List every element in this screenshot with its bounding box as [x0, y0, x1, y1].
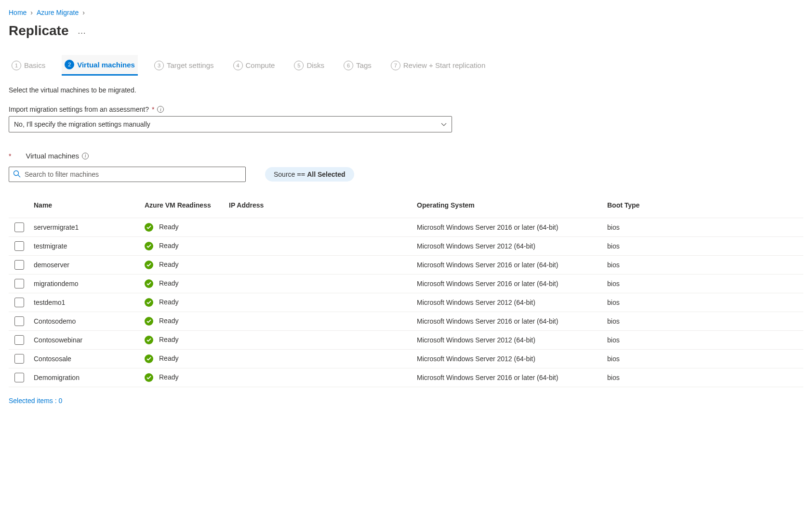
cell-name: servermigrate1	[30, 218, 141, 237]
header-select-all	[9, 196, 30, 218]
cell-os: Microsoft Windows Server 2012 (64-bit)	[413, 237, 603, 256]
cell-name: Contosowebinar	[30, 331, 141, 350]
breadcrumb-home[interactable]: Home	[9, 9, 27, 16]
tab-step-number: 6	[344, 61, 353, 70]
info-icon[interactable]: i	[82, 153, 89, 159]
tab-step-number: 7	[391, 61, 400, 70]
import-settings-label-text: Import migration settings from an assess…	[9, 105, 149, 113]
cell-ip	[225, 218, 413, 237]
breadcrumb-azure-migrate[interactable]: Azure Migrate	[37, 9, 79, 16]
more-options-button[interactable]: …	[78, 26, 87, 36]
cell-boot: bios	[603, 350, 803, 368]
required-indicator: *	[9, 152, 11, 160]
row-checkbox[interactable]	[14, 316, 24, 326]
cell-boot: bios	[603, 312, 803, 331]
header-name[interactable]: Name	[30, 196, 141, 218]
cell-readiness: Ready	[141, 275, 225, 293]
cell-ip	[225, 256, 413, 275]
tab-step-number: 2	[65, 60, 74, 69]
import-settings-select[interactable]: No, I'll specify the migration settings …	[9, 116, 452, 132]
tab-label: Compute	[246, 61, 275, 69]
cell-name: Contosodemo	[30, 312, 141, 331]
tab-review-start-replication[interactable]: 7 Review + Start replication	[388, 56, 489, 75]
required-indicator: *	[152, 105, 154, 113]
cell-ip	[225, 350, 413, 368]
tab-label: Virtual machines	[77, 61, 135, 69]
ready-check-icon	[145, 223, 153, 232]
cell-boot: bios	[603, 293, 803, 312]
cell-name: migrationdemo	[30, 275, 141, 293]
table-row: migrationdemoReadyMicrosoft Windows Serv…	[9, 275, 803, 293]
cell-ip	[225, 312, 413, 331]
row-checkbox[interactable]	[14, 298, 24, 307]
readiness-text: Ready	[159, 223, 178, 231]
header-ip[interactable]: IP Address	[225, 196, 413, 218]
filter-pill-source[interactable]: Source == All Selected	[265, 167, 354, 182]
import-settings-value: No, I'll specify the migration settings …	[14, 120, 150, 128]
table-row: ContososaleReadyMicrosoft Windows Server…	[9, 350, 803, 368]
cell-readiness: Ready	[141, 218, 225, 237]
tab-label: Disks	[306, 61, 324, 69]
tab-target-settings[interactable]: 3 Target settings	[151, 56, 217, 75]
row-checkbox[interactable]	[14, 335, 24, 345]
table-row: ContosodemoReadyMicrosoft Windows Server…	[9, 312, 803, 331]
cell-readiness: Ready	[141, 350, 225, 368]
tab-label: Basics	[24, 61, 45, 69]
ready-check-icon	[145, 242, 153, 250]
search-box[interactable]	[9, 167, 246, 182]
ready-check-icon	[145, 336, 153, 344]
tab-virtual-machines[interactable]: 2 Virtual machines	[62, 55, 138, 76]
table-header-row: Name Azure VM Readiness IP Address Opera…	[9, 196, 803, 218]
table-row: demoserverReadyMicrosoft Windows Server …	[9, 256, 803, 275]
header-os[interactable]: Operating System	[413, 196, 603, 218]
header-boot[interactable]: Boot Type	[603, 196, 803, 218]
readiness-text: Ready	[159, 298, 178, 306]
cell-boot: bios	[603, 275, 803, 293]
cell-os: Microsoft Windows Server 2012 (64-bit)	[413, 293, 603, 312]
page-title: Replicate	[9, 23, 69, 39]
filter-pill-operator: ==	[297, 170, 305, 178]
page-title-row: Replicate …	[9, 23, 803, 39]
row-checkbox[interactable]	[14, 373, 24, 382]
ready-check-icon	[145, 354, 153, 363]
tab-compute[interactable]: 4 Compute	[230, 56, 278, 75]
cell-boot: bios	[603, 331, 803, 350]
cell-readiness: Ready	[141, 293, 225, 312]
ready-check-icon	[145, 317, 153, 326]
table-row: testmigrateReadyMicrosoft Windows Server…	[9, 237, 803, 256]
cell-name: demoserver	[30, 256, 141, 275]
row-checkbox[interactable]	[14, 241, 24, 251]
cell-ip	[225, 331, 413, 350]
cell-os: Microsoft Windows Server 2016 or later (…	[413, 256, 603, 275]
wizard-tabs: 1 Basics 2 Virtual machines 3 Target set…	[9, 55, 803, 76]
info-icon[interactable]: i	[157, 106, 164, 113]
selected-items-count: Selected items : 0	[9, 397, 803, 405]
cell-os: Microsoft Windows Server 2016 or later (…	[413, 368, 603, 387]
readiness-text: Ready	[159, 317, 178, 325]
row-checkbox[interactable]	[14, 279, 24, 288]
tab-step-number: 1	[12, 61, 21, 70]
row-checkbox[interactable]	[14, 354, 24, 364]
table-row: ContosowebinarReadyMicrosoft Windows Ser…	[9, 331, 803, 350]
row-checkbox[interactable]	[14, 222, 24, 232]
tab-basics[interactable]: 1 Basics	[9, 56, 48, 75]
filter-row: Source == All Selected	[9, 167, 803, 182]
readiness-text: Ready	[159, 354, 178, 362]
cell-os: Microsoft Windows Server 2016 or later (…	[413, 275, 603, 293]
cell-os: Microsoft Windows Server 2016 or later (…	[413, 218, 603, 237]
readiness-text: Ready	[159, 373, 178, 381]
tab-step-number: 3	[154, 61, 164, 70]
readiness-text: Ready	[159, 261, 178, 268]
header-readiness[interactable]: Azure VM Readiness	[141, 196, 225, 218]
search-input[interactable]	[25, 170, 241, 178]
cell-boot: bios	[603, 368, 803, 387]
tab-tags[interactable]: 6 Tags	[341, 56, 374, 75]
tab-disks[interactable]: 5 Disks	[291, 56, 327, 75]
table-row: servermigrate1ReadyMicrosoft Windows Ser…	[9, 218, 803, 237]
readiness-text: Ready	[159, 279, 178, 287]
cell-name: testdemo1	[30, 293, 141, 312]
row-checkbox[interactable]	[14, 260, 24, 270]
breadcrumb: Home › Azure Migrate ›	[9, 9, 803, 16]
cell-os: Microsoft Windows Server 2016 or later (…	[413, 312, 603, 331]
cell-readiness: Ready	[141, 331, 225, 350]
